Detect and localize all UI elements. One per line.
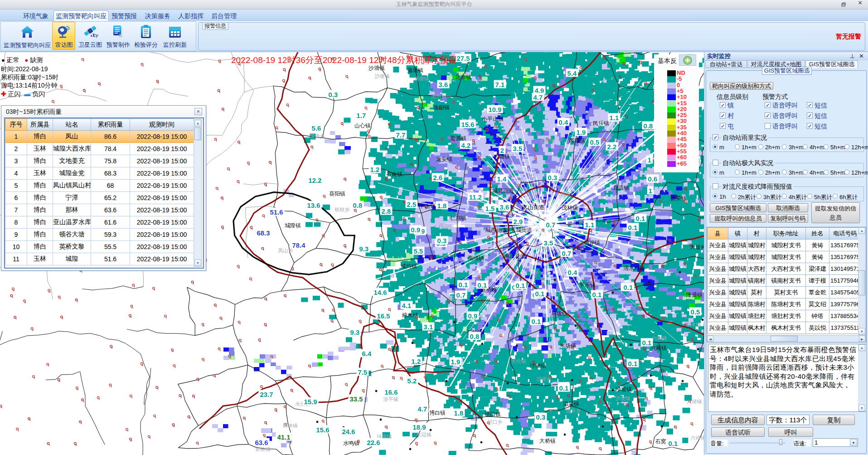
svg-text:Cy: Cy [93, 33, 98, 38]
